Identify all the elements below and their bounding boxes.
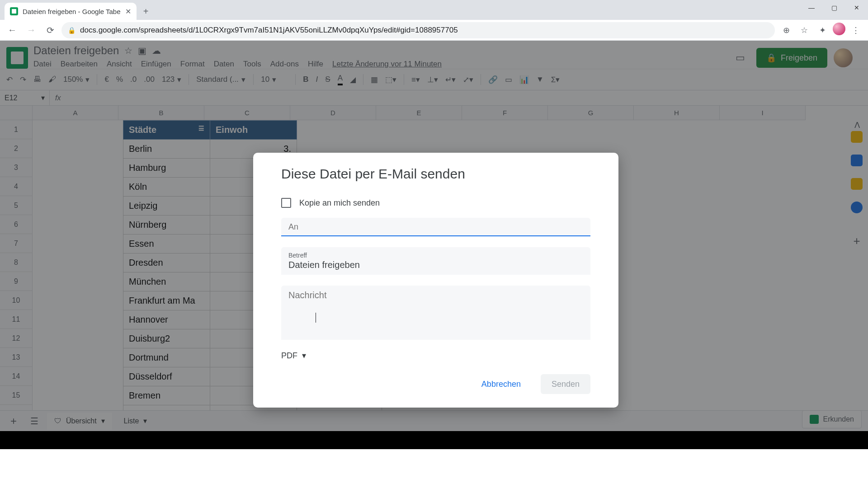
- browser-titlebar: Dateien freigeben - Google Tabe ✕ + — ▢ …: [0, 0, 868, 20]
- close-tab-icon[interactable]: ✕: [125, 7, 131, 16]
- back-button[interactable]: ←: [5, 23, 20, 38]
- window-minimize-icon[interactable]: —: [800, 0, 823, 15]
- extensions-icon[interactable]: ✦: [815, 23, 830, 38]
- dialog-title: Diese Datei per E-Mail senden: [281, 166, 590, 182]
- sheets-favicon: [10, 7, 18, 15]
- copy-to-me-checkbox[interactable]: [281, 198, 291, 208]
- bookmark-icon[interactable]: ☆: [797, 23, 812, 38]
- send-button[interactable]: Senden: [541, 374, 590, 394]
- zoom-icon[interactable]: ⊕: [778, 23, 794, 38]
- forward-button[interactable]: →: [24, 23, 39, 38]
- email-file-dialog: Diese Datei per E-Mail senden Kopie an m…: [253, 153, 618, 408]
- to-input[interactable]: [288, 222, 583, 232]
- black-bar: [0, 431, 868, 449]
- copy-to-me-label: Kopie an mich senden: [299, 198, 380, 208]
- chrome-profile-avatar[interactable]: [833, 23, 845, 35]
- subject-field[interactable]: Betreff: [281, 247, 590, 275]
- lock-icon: 🔒: [68, 27, 75, 34]
- subject-input[interactable]: [288, 260, 583, 270]
- message-input[interactable]: [288, 290, 583, 311]
- reload-button[interactable]: ⟳: [42, 23, 58, 38]
- text-cursor: [316, 313, 316, 323]
- new-tab-button[interactable]: +: [139, 5, 153, 18]
- chrome-menu-icon[interactable]: ⋮: [848, 23, 863, 38]
- tab-title: Dateien freigeben - Google Tabe: [23, 8, 121, 15]
- chevron-down-icon: ▾: [302, 351, 306, 361]
- browser-tab[interactable]: Dateien freigeben - Google Tabe ✕: [5, 3, 137, 20]
- message-field[interactable]: [281, 286, 590, 340]
- cancel-button[interactable]: Abbrechen: [471, 374, 532, 394]
- to-field[interactable]: [281, 218, 590, 236]
- window-maximize-icon[interactable]: ▢: [823, 0, 845, 15]
- subject-label: Betreff: [288, 252, 583, 259]
- url-input[interactable]: 🔒 docs.google.com/spreadsheets/d/1L0CRXr…: [61, 22, 775, 38]
- window-close-icon[interactable]: ✕: [845, 0, 868, 15]
- url-text: docs.google.com/spreadsheets/d/1L0CRXrgx…: [80, 26, 458, 35]
- browser-address-bar: ← → ⟳ 🔒 docs.google.com/spreadsheets/d/1…: [0, 20, 868, 41]
- format-selector[interactable]: PDF▾: [281, 351, 590, 361]
